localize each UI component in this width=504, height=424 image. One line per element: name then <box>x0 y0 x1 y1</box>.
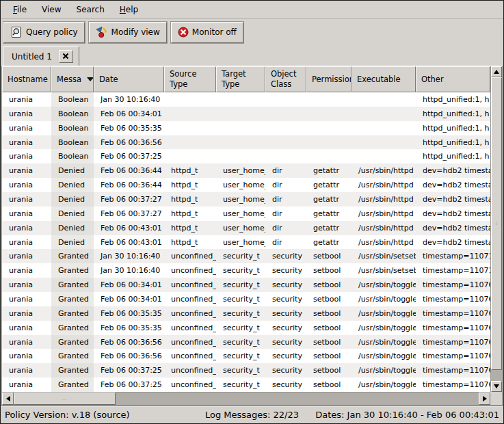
column-header-executable[interactable]: Executable <box>352 66 416 92</box>
menu-file[interactable]: File <box>6 2 34 17</box>
cell-source_type: unconfined_ <box>164 321 216 335</box>
query-policy-button[interactable]: Query policy <box>3 22 85 43</box>
cell-executable <box>352 135 416 150</box>
table-row[interactable]: uraniaGrantedFeb 06 00:34:01unconfined_s… <box>2 278 490 292</box>
cell-message: Granted <box>51 335 94 349</box>
scroll-right-button[interactable] <box>479 393 490 405</box>
cell-target_type: user_home_ <box>216 178 265 192</box>
scroll-up-button[interactable] <box>491 66 502 77</box>
table-row[interactable]: uraniaGrantedFeb 06 00:36:56unconfined_s… <box>2 335 490 349</box>
cell-hostname: urania <box>2 263 51 278</box>
vertical-scrollbar[interactable]: ⁞ <box>490 66 502 392</box>
cell-object_class <box>265 149 306 163</box>
table-row[interactable]: uraniaBooleanFeb 06 00:35:35httpd_unifie… <box>2 121 490 135</box>
cell-other: dev=hdb2 timesta <box>416 163 490 178</box>
table-row[interactable]: uraniaGrantedJan 30 10:16:40unconfined_s… <box>2 263 490 278</box>
table-row[interactable]: uraniaDeniedFeb 06 00:36:44httpd_tuser_h… <box>2 178 490 192</box>
cell-hostname: urania <box>2 321 51 335</box>
cell-date: Feb 06 00:36:56 <box>94 349 164 363</box>
cell-object_class: dir <box>265 235 306 250</box>
table-row[interactable]: uraniaGrantedJan 30 10:16:40unconfined_s… <box>2 249 490 263</box>
table-row[interactable]: uraniaBooleanJan 30 10:16:40httpd_unifie… <box>2 92 490 107</box>
cell-other: timestamp=11076 <box>416 292 490 306</box>
query-policy-label: Query policy <box>26 27 78 37</box>
cell-target_type: security_t <box>216 292 265 306</box>
cell-message: Granted <box>51 349 94 363</box>
cell-date: Jan 30 10:16:40 <box>94 249 164 263</box>
column-header-label: TargetType <box>222 69 246 90</box>
cell-other: dev=hdb2 timesta <box>416 192 490 207</box>
column-header-other[interactable]: Other <box>416 66 490 92</box>
table-row[interactable]: uraniaBooleanFeb 06 00:37:25httpd_unifie… <box>2 149 490 163</box>
cell-date: Feb 06 00:37:27 <box>94 207 164 221</box>
cell-date: Feb 06 00:43:01 <box>94 235 164 250</box>
column-header-object_class[interactable]: ObjectClass <box>265 66 306 92</box>
up-arrow-icon <box>494 70 499 74</box>
cell-executable: /usr/sbin/httpd <box>352 235 416 250</box>
table-row[interactable]: uraniaGrantedFeb 06 00:34:01unconfined_s… <box>2 292 490 306</box>
cell-hostname: urania <box>2 221 51 235</box>
cell-source_type: unconfined_ <box>164 306 216 321</box>
column-header-message[interactable]: Messa <box>51 66 94 92</box>
scroll-down-button[interactable] <box>491 381 502 392</box>
cell-target_type: security_t <box>216 377 265 392</box>
cell-source_type: httpd_t <box>164 192 216 207</box>
menu-view[interactable]: View <box>35 2 68 17</box>
vertical-scroll-thumb[interactable]: ⁞ <box>491 77 502 370</box>
column-header-label: Date <box>99 75 118 85</box>
column-header-source_type[interactable]: SourceType <box>164 66 216 92</box>
horizontal-scrollbar[interactable]: … <box>2 392 490 405</box>
cell-message: Denied <box>51 163 94 178</box>
scroll-left-button[interactable] <box>2 393 14 405</box>
cell-source_type: httpd_t <box>164 163 216 178</box>
table-row[interactable]: uraniaDeniedFeb 06 00:43:01httpd_tuser_h… <box>2 221 490 235</box>
column-header-hostname[interactable]: Hostname <box>2 66 51 92</box>
tab-close-button[interactable] <box>59 50 73 63</box>
table-row[interactable]: uraniaDeniedFeb 06 00:36:44httpd_tuser_h… <box>2 163 490 178</box>
tab-label: Untitled 1 <box>12 52 52 62</box>
tab-untitled-1[interactable]: Untitled 1 <box>3 47 79 66</box>
monitor-off-button[interactable]: Monitor off <box>171 22 243 43</box>
table-row[interactable]: uraniaDeniedFeb 06 00:37:27httpd_tuser_h… <box>2 192 490 207</box>
table-row[interactable]: uraniaGrantedFeb 06 00:35:35unconfined_s… <box>2 321 490 335</box>
down-arrow-icon <box>494 384 499 388</box>
cell-target_type: security_t <box>216 306 265 321</box>
cell-source_type: httpd_t <box>164 207 216 221</box>
modify-view-button[interactable]: Modify view <box>89 22 167 43</box>
cell-permission <box>306 107 352 121</box>
column-header-permission[interactable]: Permission <box>306 66 352 92</box>
cell-other: httpd_unified:1, h <box>416 107 490 121</box>
table-row[interactable]: uraniaDeniedFeb 06 00:37:27httpd_tuser_h… <box>2 207 490 221</box>
cell-object_class: security <box>265 249 306 263</box>
horizontal-scroll-trough[interactable]: … <box>14 393 479 405</box>
cell-executable <box>352 92 416 107</box>
cell-target_type: security_t <box>216 349 265 363</box>
right-arrow-icon <box>483 396 487 401</box>
table-row[interactable]: uraniaGrantedFeb 06 00:37:25unconfined_s… <box>2 363 490 377</box>
menu-help[interactable]: Help <box>113 2 145 17</box>
cell-permission <box>306 121 352 135</box>
cell-hostname: urania <box>2 192 51 207</box>
cell-other: httpd_unified:1, h <box>416 135 490 150</box>
app-window: FileViewSearchHelp Query policy <box>0 0 504 424</box>
table-row[interactable]: uraniaGrantedFeb 06 00:36:56unconfined_s… <box>2 349 490 363</box>
cell-target_type: user_home_ <box>216 207 265 221</box>
column-header-date[interactable]: Date <box>94 66 164 92</box>
table-row[interactable]: uraniaGrantedFeb 06 00:35:35unconfined_s… <box>2 306 490 321</box>
log-messages-status: Log Messages: 22/23 <box>205 410 299 420</box>
cell-hostname: urania <box>2 121 51 135</box>
vertical-scroll-trough[interactable]: ⁞ <box>491 77 502 381</box>
cell-other: timestamp=11076 <box>416 349 490 363</box>
column-header-target_type[interactable]: TargetType <box>216 66 265 92</box>
table-row[interactable]: uraniaBooleanFeb 06 00:34:01httpd_unifie… <box>2 107 490 121</box>
cell-date: Feb 06 00:43:01 <box>94 221 164 235</box>
table-row[interactable]: uraniaGrantedFeb 06 00:37:25unconfined_s… <box>2 377 490 392</box>
cell-target_type <box>216 135 265 150</box>
menu-search[interactable]: Search <box>70 2 111 17</box>
cell-object_class: dir <box>265 178 306 192</box>
table-row[interactable]: uraniaBooleanFeb 06 00:36:56httpd_unifie… <box>2 135 490 150</box>
horizontal-scroll-thumb[interactable]: … <box>14 393 116 405</box>
cell-other: dev=hdb2 timesta <box>416 221 490 235</box>
table-row[interactable]: uraniaDeniedFeb 06 00:43:01httpd_tuser_h… <box>2 235 490 250</box>
cell-executable: /usr/sbin/toggle <box>352 363 416 377</box>
